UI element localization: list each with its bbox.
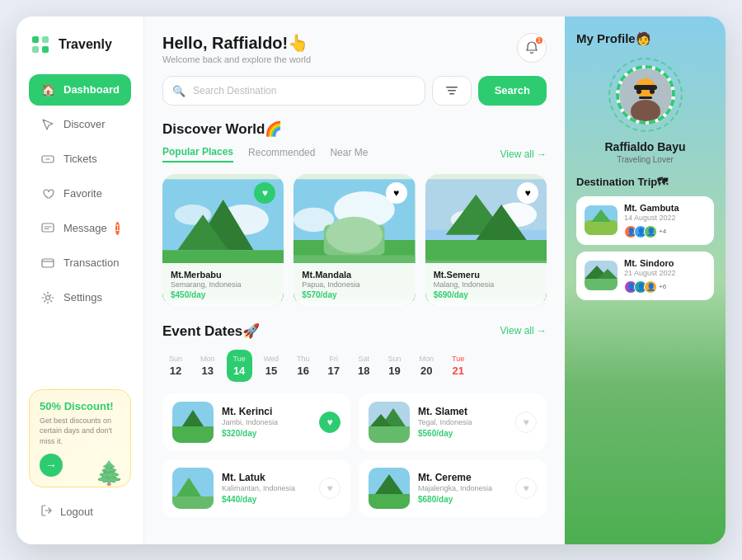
tab-near-me[interactable]: Near Me (330, 147, 368, 162)
place-card-fav-semeru[interactable]: ♥ (517, 182, 538, 204)
svg-rect-1 (42, 36, 49, 43)
event-item-kerinci[interactable]: Mt. Kerinci Jambi, Indonesia $320/day ♥ (162, 393, 350, 451)
place-card-loc-semeru: Malang, Indonesia (434, 280, 538, 289)
sidebar-item-tickets[interactable]: Tickets (29, 144, 131, 175)
event-price-kerinci: $320/day (222, 429, 311, 438)
sidebar-label-tickets: Tickets (63, 153, 97, 165)
svg-rect-6 (42, 259, 54, 267)
discover-title: Discover World🌈 (162, 120, 547, 138)
dest-img-sindoro (585, 261, 618, 290)
event-item-latuk[interactable]: Mt. Latuk Kalimantan, Indonesia $440/day… (162, 459, 350, 517)
dest-card-sindoro[interactable]: Mt. Sindoro 21 August 2022 👤 👤 👤 +6 (576, 252, 714, 300)
event-fav-cereme[interactable]: ♥ (515, 478, 537, 499)
discover-icon (40, 117, 55, 132)
event-name-cereme: Mt. Cereme (418, 472, 507, 483)
cal-day-19[interactable]: Sun 19 (382, 350, 408, 382)
filter-button[interactable] (432, 76, 472, 106)
sidebar-item-settings[interactable]: Settings (29, 282, 131, 313)
cal-day-13[interactable]: Mon 13 (194, 350, 222, 382)
event-loc-latuk: Kalimantan, Indonesia (222, 484, 311, 492)
discount-percent: 50% (40, 400, 61, 412)
svg-rect-43 (172, 496, 214, 509)
place-card-semeru[interactable]: ♥ Mt.Semeru Malang, Indonesia $690/day (425, 174, 547, 306)
event-loc-kerinci: Jambi, Indonesia (222, 418, 311, 426)
place-card-price-semeru: $690/day (434, 290, 538, 299)
sidebar-nav: 🏠 Dashboard Discover Tickets Favorite (29, 74, 131, 381)
tab-recommended[interactable]: Recommended (248, 147, 315, 162)
svg-rect-53 (639, 96, 652, 99)
event-header: Event Dates🚀 View all → (162, 322, 547, 340)
header-subtitle: Welcome back and explore the world (162, 54, 311, 64)
dest-name-sindoro: Mt. Sindoro (624, 258, 706, 268)
cal-day-18[interactable]: Sat 18 (351, 350, 376, 382)
logout-label: Logout (60, 506, 93, 518)
cal-day-14[interactable]: Tue 14 (227, 350, 252, 382)
discover-view-all[interactable]: View all → (500, 148, 547, 160)
event-fav-latuk[interactable]: ♥ (319, 478, 340, 499)
main-content: Hello, Raffialdo!👆 Welcome back and expl… (144, 16, 565, 544)
event-price-slamet: $560/day (418, 429, 507, 438)
place-card-fav-merbabu[interactable]: ♥ (254, 182, 275, 204)
svg-point-52 (650, 89, 655, 94)
logout-icon (40, 504, 54, 520)
sidebar-item-transaction[interactable]: Transaction (29, 247, 131, 279)
sidebar-item-favorite[interactable]: Favorite (29, 178, 131, 209)
dest-more-gambuta: +4 (659, 228, 666, 235)
cal-day-17[interactable]: Fri 17 (322, 350, 346, 382)
notification-dot: 1 (536, 37, 542, 44)
event-grid: Mt. Kerinci Jambi, Indonesia $320/day ♥ (162, 393, 547, 517)
place-card-fav-mandala[interactable]: ♥ (386, 182, 407, 204)
discount-label: Discount! (64, 400, 114, 412)
logo-icon (29, 33, 52, 56)
cal-day-15[interactable]: Wed 15 (257, 350, 285, 382)
home-icon: 🏠 (40, 82, 55, 97)
event-img-slamet (369, 402, 410, 443)
event-item-cereme[interactable]: Mt. Cereme Majalengka, Indonesia $680/da… (359, 459, 547, 517)
place-card-mandala[interactable]: ♥ Mt.Mandala Papua, Indonesia $570/day (294, 174, 415, 306)
event-loc-cereme: Majalengka, Indonesia (418, 484, 507, 492)
notification-button[interactable]: 1 (517, 33, 547, 63)
event-fav-kerinci[interactable]: ♥ (319, 412, 340, 433)
event-item-slamet[interactable]: Mt. Slamet Tegal, Indonesia $560/day ♥ (359, 393, 547, 451)
search-button[interactable]: Search (478, 76, 547, 106)
search-input[interactable] (162, 76, 425, 106)
sidebar: Travenly 🏠 Dashboard Discover Tickets (16, 16, 144, 544)
profile-avatar-wrap (576, 58, 714, 132)
svg-rect-9 (448, 90, 456, 92)
sidebar-label-settings: Settings (63, 291, 102, 304)
sidebar-label-discover: Discover (63, 118, 106, 130)
svg-point-51 (636, 89, 641, 94)
event-fav-slamet[interactable]: ♥ (515, 412, 537, 433)
sidebar-item-dashboard[interactable]: 🏠 Dashboard (29, 74, 131, 106)
place-card-merbabu[interactable]: ♥ Mt.Merbabu Semarang, Indonesia $450/da… (162, 174, 284, 306)
logo-text: Travenly (59, 37, 112, 52)
tab-popular-places[interactable]: Popular Places (162, 146, 233, 162)
profile-name: Raffialdo Bayu (576, 140, 714, 153)
message-icon (40, 221, 55, 236)
dest-avatars-sindoro: 👤 👤 👤 +6 (624, 280, 706, 294)
search-icon: 🔍 (172, 84, 186, 96)
sidebar-item-message[interactable]: Message 1 (29, 213, 131, 244)
event-info-latuk: Mt. Latuk Kalimantan, Indonesia $440/day (222, 472, 311, 504)
logout-button[interactable]: Logout (29, 496, 131, 528)
dest-card-gambuta[interactable]: Mt. Gambuta 14 August 2022 👤 👤 👤 +4 (576, 196, 714, 245)
event-img-kerinci (172, 402, 214, 443)
sidebar-item-discover[interactable]: Discover (29, 109, 131, 140)
settings-icon (40, 290, 55, 305)
place-card-name-merbabu: Mt.Merbabu (171, 270, 275, 280)
discount-img: 🌲 (95, 459, 124, 487)
dest-info-sindoro: Mt. Sindoro 21 August 2022 👤 👤 👤 +6 (624, 258, 706, 294)
right-panel: My Profile🧑 Raffialdo Bayu (565, 16, 726, 544)
discount-title: 50% Discount! (40, 400, 120, 412)
transaction-icon (40, 256, 55, 271)
place-card-loc-merbabu: Semarang, Indonesia (171, 280, 275, 289)
dest-img-gambuta (585, 205, 618, 235)
cal-day-20[interactable]: Mon 20 (413, 350, 441, 382)
event-img-cereme (369, 468, 410, 509)
cal-day-21[interactable]: Tue 21 (445, 350, 471, 382)
cal-day-12[interactable]: Sun 12 (162, 350, 189, 382)
discount-btn[interactable]: → (40, 454, 63, 477)
calendar-strip: Sun 12 Mon 13 Tue 14 Wed 15 Thu 16 (162, 350, 547, 382)
events-view-all[interactable]: View all → (500, 325, 547, 336)
cal-day-16[interactable]: Thu 16 (290, 350, 317, 382)
